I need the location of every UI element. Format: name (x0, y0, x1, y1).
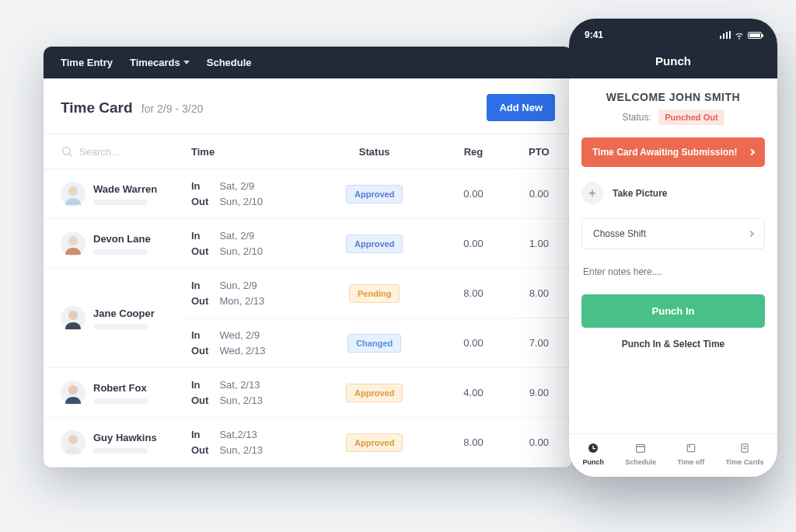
table-row[interactable]: Robert Fox InOut Sat, 2/13Sun, 2/13 Appr… (44, 368, 572, 418)
status-badge: Approved (346, 185, 403, 203)
time-cell: InOut Sat, 2/9Sun, 2/10 (191, 179, 300, 209)
pto-value: 8.00 (506, 269, 572, 318)
time-cell: InOut Wed, 2/9Wed, 2/13 (191, 328, 300, 358)
table-row[interactable]: Guy Hawkins InOut Sat,2/13Sun, 2/13 Appr… (44, 418, 572, 468)
svg-point-5 (68, 236, 78, 245)
calendar-icon (634, 442, 647, 454)
avatar (61, 231, 86, 256)
employee-name: Guy Hawkins (93, 432, 157, 443)
take-picture-button[interactable]: + Take Picture (581, 183, 765, 204)
employee-cell: Robert Fox (61, 381, 176, 405)
employee-name: Jane Cooper (93, 308, 155, 319)
search-input[interactable]: Search... (61, 145, 176, 158)
nav-timecards[interactable]: Timecards (130, 57, 190, 68)
timeoff-icon (685, 442, 697, 454)
chevron-right-icon (749, 149, 755, 155)
employee-name: Wade Warren (93, 183, 157, 195)
time-cell: InOut Sun, 2/9Mon, 2/13 (191, 278, 300, 308)
timecards-icon (738, 442, 751, 454)
timecard-table: Search... Time Status Reg PTO Wade Warre… (44, 134, 572, 468)
col-reg: Reg (441, 134, 505, 169)
page-title: Time Card for 2/9 - 3/20 (61, 99, 203, 116)
phone-tabbar: Punch Schedule Time off Time Cards (569, 433, 777, 477)
punch-select-time-button[interactable]: Punch In & Select Time (581, 339, 765, 349)
placeholder-bar (93, 448, 148, 454)
notes-input[interactable] (581, 259, 765, 285)
employee-cell: Wade Warren (61, 182, 176, 207)
desktop-card: Time Entry Timecards Schedule Time Card … (44, 47, 572, 468)
add-new-button[interactable]: Add New (487, 94, 555, 121)
status-badge: Approved (346, 384, 403, 402)
tab-punch[interactable]: Punch (583, 442, 605, 466)
battery-icon (748, 32, 762, 39)
svg-point-9 (68, 385, 78, 395)
svg-point-3 (68, 186, 78, 196)
wifi-icon (734, 30, 745, 40)
reg-value: 8.00 (441, 269, 505, 318)
pto-value: 7.00 (506, 318, 572, 368)
col-time: Time (183, 134, 308, 169)
avatar (61, 381, 86, 405)
avatar (61, 306, 86, 331)
employee-cell: Devon Lane (61, 231, 176, 256)
desktop-nav: Time Entry Timecards Schedule (44, 47, 572, 78)
phone-title: Punch (569, 54, 777, 78)
tab-timecards[interactable]: Time Cards (726, 442, 764, 466)
chevron-right-icon (748, 231, 754, 237)
avatar (61, 430, 86, 455)
submission-alert[interactable]: Time Card Awaiting Submission! (581, 137, 765, 167)
status-row: Status: Punched Out (581, 110, 765, 125)
status-badge: Pending (349, 284, 400, 303)
clock-icon (587, 442, 599, 454)
search-icon (61, 145, 73, 158)
desktop-header: Time Card for 2/9 - 3/20 Add New (44, 78, 572, 134)
employee-cell: Guy Hawkins (61, 430, 176, 455)
time-cell: InOut Sat,2/13Sun, 2/13 (191, 427, 300, 457)
employee-cell: Jane Cooper (61, 306, 176, 331)
choose-shift-select[interactable]: Chosse Shift (581, 218, 765, 249)
table-row[interactable]: Wade Warren InOut Sat, 2/9Sun, 2/10 Appr… (44, 169, 572, 219)
svg-point-11 (68, 435, 78, 444)
svg-point-16 (689, 446, 690, 447)
status-badge: Changed (347, 334, 401, 353)
tab-timeoff[interactable]: Time off (678, 442, 705, 466)
table-row[interactable]: Devon Lane InOut Sat, 2/9Sun, 2/10 Appro… (44, 219, 572, 269)
punch-in-button[interactable]: Punch In (581, 294, 765, 328)
status-badge: Approved (346, 235, 403, 253)
nav-time-entry[interactable]: Time Entry (61, 57, 113, 68)
placeholder-bar (93, 398, 148, 404)
status-badge: Approved (346, 433, 403, 452)
col-status: Status (308, 134, 441, 169)
reg-value: 0.00 (441, 318, 505, 368)
svg-point-7 (68, 311, 78, 320)
pto-value: 0.00 (506, 418, 572, 468)
signal-icon (720, 31, 731, 39)
status-label: Status: (622, 112, 651, 123)
reg-value: 8.00 (441, 418, 505, 468)
pto-value: 9.00 (506, 368, 572, 418)
svg-rect-13 (637, 444, 645, 452)
statusbar-clock: 9:41 (585, 30, 603, 40)
placeholder-bar (93, 200, 148, 205)
svg-rect-15 (687, 444, 694, 451)
time-cell: InOut Sat, 2/9Sun, 2/10 (191, 228, 300, 259)
pto-value: 0.00 (506, 169, 572, 219)
status-badge: Punched Out (658, 110, 724, 125)
placeholder-bar (93, 249, 148, 255)
phone-frame: 9:41 Punch WELCOME JOHN SMITH Status: Pu… (569, 19, 777, 477)
plus-icon: + (581, 183, 603, 204)
tab-schedule[interactable]: Schedule (625, 442, 656, 466)
reg-value: 4.00 (441, 368, 505, 418)
placeholder-bar (93, 324, 148, 329)
nav-schedule[interactable]: Schedule (207, 57, 252, 68)
avatar (61, 182, 86, 207)
reg-value: 0.00 (441, 169, 505, 219)
welcome-text: WELCOME JOHN SMITH (581, 91, 765, 103)
pto-value: 1.00 (506, 219, 572, 269)
table-row[interactable]: Jane Cooper InOut Sun, 2/9Mon, 2/13 Pend… (44, 269, 572, 318)
svg-point-0 (63, 148, 70, 155)
col-pto: PTO (506, 134, 572, 169)
chevron-down-icon (183, 61, 190, 64)
employee-name: Devon Lane (93, 233, 151, 245)
date-range: for 2/9 - 3/20 (141, 103, 203, 115)
